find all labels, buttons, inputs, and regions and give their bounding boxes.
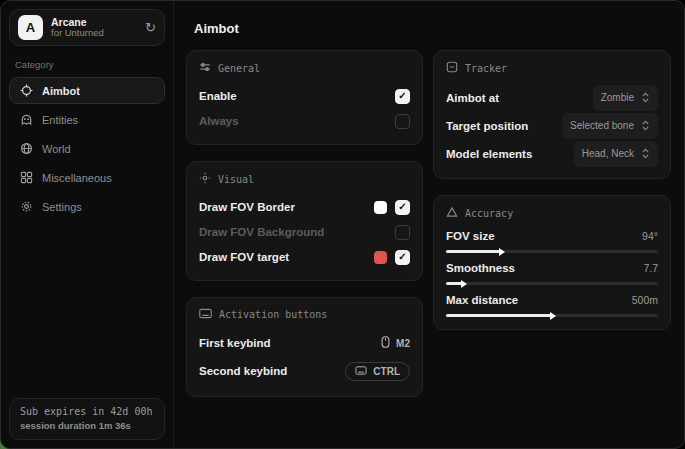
- setting-row-fov-border: Draw FOV Border ✓: [199, 196, 410, 218]
- fov-size-slider[interactable]: [446, 250, 658, 253]
- setting-label: Enable: [199, 90, 237, 102]
- main-content: Aimbot General Enable ✓: [174, 1, 684, 448]
- fov-target-checkbox[interactable]: ✓: [395, 250, 410, 265]
- subscription-expiry: Sub expires in 42d 00h: [20, 406, 154, 417]
- general-card-title: General: [218, 63, 260, 74]
- setting-row-model-elements: Model elements Head, Neck: [446, 141, 658, 166]
- slider-thumb[interactable]: [461, 280, 467, 288]
- enable-checkbox[interactable]: ✓: [395, 89, 410, 104]
- unfold-icon: [641, 89, 650, 107]
- accuracy-card: Accuracy FOV size 94° Smoothness: [433, 195, 671, 330]
- setting-row-enable: Enable ✓: [199, 85, 410, 107]
- max-distance-setting: Max distance 500m: [446, 294, 658, 317]
- sidebar-item-world[interactable]: World: [9, 135, 165, 162]
- category-label: Category: [15, 59, 159, 70]
- dropdown-value: Head, Neck: [582, 148, 634, 159]
- mouse-icon: [381, 336, 390, 350]
- setting-row-aimbot-at: Aimbot at Zombie: [446, 85, 658, 110]
- model-elements-dropdown[interactable]: Head, Neck: [574, 141, 658, 167]
- page-title: Aimbot: [194, 21, 671, 36]
- accuracy-card-title: Accuracy: [465, 208, 513, 219]
- accuracy-card-header: Accuracy: [446, 206, 658, 220]
- always-checkbox[interactable]: ✓: [395, 114, 410, 129]
- general-card: General Enable ✓ Always ✓: [186, 50, 423, 145]
- keybind-value: M2: [396, 338, 410, 349]
- aimbot-at-dropdown[interactable]: Zombie: [593, 85, 658, 111]
- setting-row-target-position: Target position Selected bone: [446, 113, 658, 138]
- activation-card-header: Activation buttons: [199, 308, 410, 321]
- setting-label: First keybind: [199, 337, 271, 349]
- entities-icon: [20, 113, 33, 126]
- unfold-icon: [641, 145, 650, 163]
- setting-row-first-keybind: First keybind M2: [199, 331, 410, 355]
- slider-value: 7.7: [643, 262, 658, 274]
- tracker-card-title: Tracker: [465, 63, 507, 74]
- tracker-card: Tracker Aimbot at Zombie Target position: [433, 50, 671, 179]
- target-position-dropdown[interactable]: Selected bone: [562, 113, 658, 139]
- crosshair-icon: [20, 84, 33, 97]
- setting-row-always: Always ✓: [199, 110, 410, 132]
- setting-row-fov-background: Draw FOV Background ✓: [199, 221, 410, 243]
- first-keybind-button[interactable]: M2: [381, 336, 410, 350]
- app-title-block: Arcane for Unturned: [51, 16, 137, 39]
- eye-icon: [199, 172, 211, 186]
- sidebar: A Arcane for Unturned ↻ Category Aimbot …: [1, 1, 174, 448]
- tracker-card-header: Tracker: [446, 61, 658, 75]
- triangle-icon: [446, 206, 458, 220]
- sidebar-item-settings[interactable]: Settings: [9, 193, 165, 220]
- setting-row-second-keybind: Second keybind CTRL: [199, 358, 410, 384]
- app-logo: A: [18, 15, 43, 40]
- slider-thumb[interactable]: [499, 248, 505, 256]
- app-window: A Arcane for Unturned ↻ Category Aimbot …: [0, 0, 685, 449]
- sidebar-item-miscellaneous[interactable]: Miscellaneous: [9, 164, 165, 191]
- visual-card-header: Visual: [199, 172, 410, 186]
- gear-icon: [20, 200, 33, 213]
- slider-label: Smoothness: [446, 262, 515, 274]
- second-keybind-button[interactable]: CTRL: [345, 362, 410, 381]
- keyboard-icon: [355, 366, 367, 377]
- sidebar-item-label: World: [42, 143, 71, 155]
- max-distance-slider[interactable]: [446, 314, 658, 317]
- slider-thumb[interactable]: [550, 312, 556, 320]
- dropdown-value: Selected bone: [570, 120, 634, 131]
- smoothness-slider[interactable]: [446, 282, 658, 285]
- sidebar-item-label: Aimbot: [42, 85, 80, 97]
- keybind-value: CTRL: [373, 366, 400, 377]
- fov-border-checkbox[interactable]: ✓: [395, 200, 410, 215]
- general-card-header: General: [199, 61, 410, 75]
- setting-label: Target position: [446, 120, 528, 132]
- grid-icon: [20, 171, 33, 184]
- fov-background-checkbox[interactable]: ✓: [395, 225, 410, 240]
- dropdown-value: Zombie: [601, 92, 634, 103]
- smoothness-setting: Smoothness 7.7: [446, 262, 658, 285]
- setting-label: Draw FOV target: [199, 251, 289, 263]
- setting-label: Model elements: [446, 148, 532, 160]
- sidebar-item-label: Miscellaneous: [42, 172, 112, 184]
- unfold-icon: [641, 117, 650, 135]
- session-duration: session duration 1m 36s: [20, 420, 154, 431]
- app-subtitle: for Unturned: [51, 28, 137, 39]
- setting-row-fov-target: Draw FOV target ✓: [199, 246, 410, 268]
- setting-label: Draw FOV Background: [199, 226, 324, 238]
- sidebar-item-label: Entities: [42, 114, 78, 126]
- keyboard-icon: [199, 308, 212, 321]
- subscription-card: Sub expires in 42d 00h session duration …: [9, 398, 165, 440]
- sidebar-item-entities[interactable]: Entities: [9, 106, 165, 133]
- setting-label: Draw FOV Border: [199, 201, 295, 213]
- sliders-icon: [199, 61, 211, 75]
- activation-card: Activation buttons First keybind M2 Seco…: [186, 297, 423, 397]
- sidebar-item-aimbot[interactable]: Aimbot: [9, 77, 165, 104]
- fov-border-color-swatch[interactable]: [374, 201, 387, 214]
- globe-icon: [20, 142, 33, 155]
- app-logo-card: A Arcane for Unturned ↻: [9, 9, 165, 46]
- fov-size-setting: FOV size 94°: [446, 230, 658, 253]
- slider-value: 94°: [642, 230, 658, 242]
- setting-label: Aimbot at: [446, 92, 499, 104]
- refresh-icon[interactable]: ↻: [145, 21, 156, 34]
- setting-label: Always: [199, 115, 239, 127]
- fov-target-color-swatch[interactable]: [374, 251, 387, 264]
- slider-label: Max distance: [446, 294, 518, 306]
- visual-card: Visual Draw FOV Border ✓ Draw FOV Backgr…: [186, 161, 423, 281]
- sidebar-item-label: Settings: [42, 201, 82, 213]
- slider-value: 500m: [632, 294, 658, 306]
